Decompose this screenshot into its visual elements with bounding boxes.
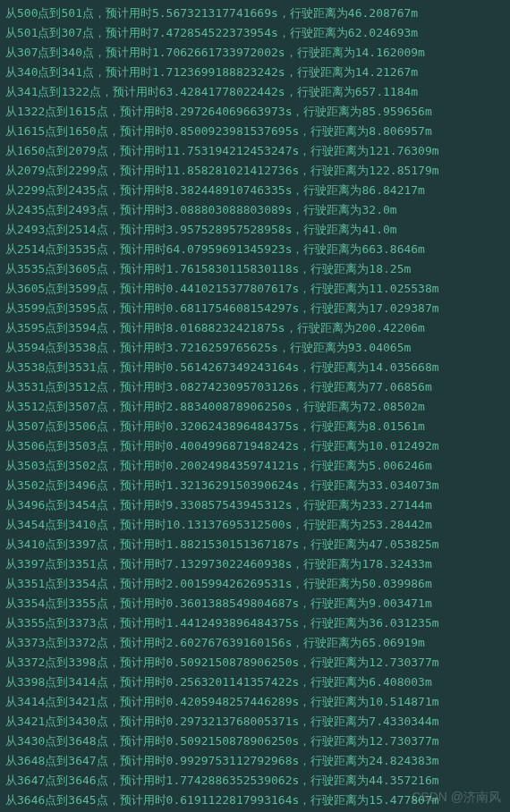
log-line: 从3595点到3594点，预计用时8.01688232421875s，行驶距离为… [5, 318, 505, 338]
log-line: 从341点到1322点，预计用时63.42841778022442s，行驶距离为… [5, 82, 505, 102]
log-line: 从3648点到3647点，预计用时0.9929753112792968s，行驶距… [5, 751, 505, 771]
log-line: 从2079点到2299点，预计用时11.858281021412736s，行驶距… [5, 161, 505, 181]
log-line: 从3397点到3351点，预计用时7.132973022460938s，行驶距离… [5, 554, 505, 574]
log-line: 从1615点到1650点，预计用时0.8500923981537695s，行驶距… [5, 122, 505, 141]
log-line: 从2514点到3535点，预计用时64.07959691345923s，行驶距离… [5, 240, 505, 259]
log-line: 从3414点到3421点，预计用时0.4205948257446289s，行驶距… [5, 692, 505, 712]
log-line: 从3410点到3397点，预计用时1.8821530151367187s，行驶距… [5, 535, 505, 554]
log-line: 从3496点到3454点，预计用时9.330857543945312s，行驶距离… [5, 495, 505, 515]
log-line: 从3605点到3599点，预计用时0.4410215377807617s，行驶距… [5, 279, 505, 299]
log-line: 从501点到307点，预计用时7.472854522373954s，行驶距离为6… [5, 23, 505, 43]
log-line: 从3355点到3373点，预计用时1.4412493896484375s，行驶距… [5, 613, 505, 633]
log-line: 从3454点到3410点，预计用时10.13137695312500s，行驶距离… [5, 515, 505, 535]
log-line: 从1322点到1615点，预计用时8.297264069663973s，行驶距离… [5, 102, 505, 122]
log-line: 从3430点到3648点，预计用时0.5092150878906250s，行驶距… [5, 732, 505, 751]
log-line: 从3512点到3507点，预计用时2.883400878906250s，行驶距离… [5, 397, 505, 417]
log-output: 从500点到501点，预计用时5.567321317741669s，行驶距离为4… [5, 4, 505, 810]
log-line: 从340点到341点，预计用时1.7123699188823242s，行驶距离为… [5, 63, 505, 82]
log-line: 从3372点到3398点，预计用时0.5092150878906250s，行驶距… [5, 653, 505, 672]
log-line: 从3421点到3430点，预计用时0.2973213768005371s，行驶距… [5, 712, 505, 732]
log-line: 从3599点到3595点，预计用时0.6811754608154297s，行驶距… [5, 299, 505, 318]
log-line: 从2435点到2493点，预计用时3.088803088803089s，行驶距离… [5, 200, 505, 220]
log-line: 从3351点到3354点，预计用时2.001599426269531s，行驶距离… [5, 574, 505, 594]
log-line: 从3503点到3502点，预计用时0.2002498435974121s，行驶距… [5, 456, 505, 476]
log-line: 从3647点到3646点，预计用时1.7742886352539062s，行驶距… [5, 771, 505, 791]
log-line: 从3531点到3512点，预计用时3.0827423095703126s，行驶距… [5, 377, 505, 397]
log-line: 从3373点到3372点，预计用时2.602767639160156s，行驶距离… [5, 633, 505, 653]
log-line: 从307点到340点，预计用时1.7062661733972002s，行驶距离为… [5, 43, 505, 63]
log-line: 从3354点到3355点，预计用时0.3601388549804687s，行驶距… [5, 594, 505, 613]
log-line: 从2493点到2514点，预计用时3.957528957528958s，行驶距离… [5, 220, 505, 240]
log-line: 从3535点到3605点，预计用时1.7615830115830118s，行驶距… [5, 259, 505, 279]
log-line: 从500点到501点，预计用时5.567321317741669s，行驶距离为4… [5, 4, 505, 23]
log-line: 从3398点到3414点，预计用时0.2563201141357422s，行驶距… [5, 672, 505, 692]
log-line: 从3646点到3645点，预计用时0.6191122817993164s，行驶距… [5, 791, 505, 810]
log-line: 从3506点到3503点，预计用时0.4004996871948242s，行驶距… [5, 436, 505, 456]
log-line: 从3502点到3496点，预计用时1.3213629150390624s，行驶距… [5, 476, 505, 495]
log-line: 从2299点到2435点，预计用时8.382448910746335s，行驶距离… [5, 181, 505, 200]
log-line: 从3594点到3538点，预计用时3.7216259765625s，行驶距离为9… [5, 338, 505, 358]
log-line: 从1650点到2079点，预计用时11.753194212453247s，行驶距… [5, 141, 505, 161]
log-line: 从3538点到3531点，预计用时0.5614267349243164s，行驶距… [5, 358, 505, 377]
log-line: 从3507点到3506点，预计用时0.3206243896484375s，行驶距… [5, 417, 505, 436]
